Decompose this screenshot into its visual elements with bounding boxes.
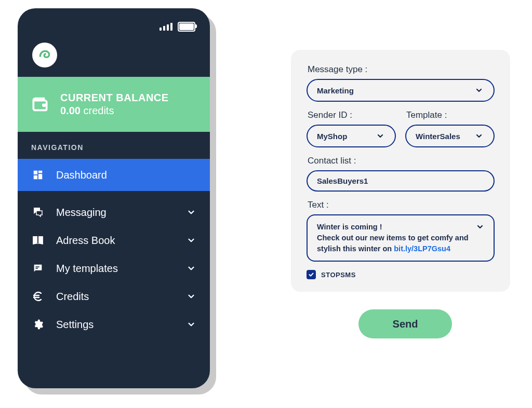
wallet-icon: [31, 96, 49, 113]
chevron-down-icon: [186, 263, 196, 274]
messaging-icon: [31, 206, 45, 219]
svg-rect-2: [34, 171, 37, 174]
chevron-down-icon: [186, 235, 196, 246]
svg-rect-3: [38, 171, 42, 173]
chevron-down-icon: [475, 222, 485, 232]
stopsms-checkbox[interactable]: [307, 270, 316, 279]
template-label: Template :: [406, 110, 495, 120]
nav-label: Messaging: [56, 207, 175, 219]
svg-rect-7: [37, 236, 38, 243]
nav-label: My templates: [56, 263, 175, 275]
sender-id-value: MyShop: [317, 132, 347, 141]
template-select[interactable]: WinterSales: [405, 125, 495, 147]
templates-icon: [31, 262, 45, 275]
gear-icon: [31, 318, 45, 331]
message-type-value: Marketing: [317, 86, 354, 95]
signal-icon: [159, 23, 172, 31]
contact-list-input[interactable]: SalesBuyers1: [307, 170, 495, 192]
status-bar: [18, 8, 210, 35]
nav-section-header: NAVIGATION: [18, 132, 210, 159]
chevron-down-icon: [474, 85, 484, 96]
svg-rect-4: [38, 174, 42, 179]
message-type-label: Message type :: [308, 64, 495, 75]
message-type-select[interactable]: Marketing: [307, 79, 495, 102]
balance-title: CURRENT BALANCE: [60, 91, 169, 104]
chevron-down-icon: [186, 291, 196, 302]
send-button[interactable]: Send: [358, 309, 452, 338]
nav-item-dashboard[interactable]: Dashboard: [18, 159, 210, 191]
chevron-down-icon: [375, 131, 385, 141]
nav-label: Adress Book: [56, 235, 175, 247]
dashboard-icon: [31, 168, 45, 182]
euro-icon: [31, 290, 45, 303]
text-label: Text :: [308, 200, 495, 210]
svg-rect-5: [34, 175, 37, 179]
compose-form: Message type : Marketing Sender ID : MyS…: [291, 50, 510, 292]
chevron-down-icon: [186, 319, 196, 330]
nav-item-settings[interactable]: Settings: [18, 310, 210, 338]
chevron-down-icon: [186, 207, 196, 217]
contact-list-value: SalesBuyers1: [317, 176, 368, 185]
phone-frame: CURRENT BALANCE 0.00 credits NAVIGATION …: [18, 8, 210, 388]
stopsms-label: STOPSMS: [321, 271, 356, 279]
svg-rect-9: [35, 268, 38, 269]
sender-id-select[interactable]: MyShop: [307, 125, 396, 147]
contact-list-label: Contact list :: [308, 156, 495, 166]
chevron-down-icon: [474, 131, 484, 141]
balance-card: CURRENT BALANCE 0.00 credits: [18, 77, 210, 132]
nav-item-credits[interactable]: Credits: [18, 282, 210, 310]
nav-label: Dashboard: [56, 169, 196, 181]
message-link[interactable]: bit.ly/3LP7Gsu4: [394, 244, 450, 253]
app-logo: [32, 43, 57, 67]
battery-icon: [178, 22, 195, 32]
sender-id-label: Sender ID :: [308, 110, 396, 120]
nav-item-templates[interactable]: My templates: [18, 254, 210, 282]
template-value: WinterSales: [416, 132, 460, 141]
message-text-line1: Winter is coming !: [317, 223, 382, 231]
address-book-icon: [31, 234, 45, 247]
nav-item-messaging[interactable]: Messaging: [18, 198, 210, 226]
nav-label: Settings: [56, 319, 175, 331]
balance-amount: 0.00 credits: [60, 104, 169, 117]
svg-rect-8: [35, 266, 39, 267]
svg-rect-1: [42, 104, 46, 106]
message-textarea[interactable]: Winter is coming ! Check out our new ite…: [307, 214, 495, 262]
nav-label: Credits: [56, 291, 175, 303]
stopsms-row[interactable]: STOPSMS: [307, 270, 495, 279]
nav-item-address-book[interactable]: Adress Book: [18, 226, 210, 254]
